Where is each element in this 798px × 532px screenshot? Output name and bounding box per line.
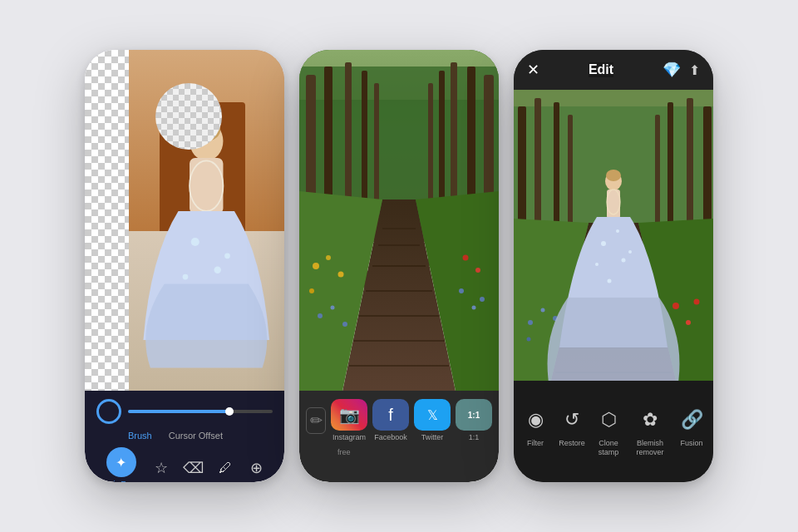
svg-rect-2 xyxy=(190,158,223,214)
tools-row-3: ◉ Filter ↺ Restore ⬡ Clone stamp ✿ Blemi… xyxy=(514,405,713,457)
facebook-label: Facebook xyxy=(374,433,407,441)
tool-erase[interactable]: ⌫ xyxy=(180,455,206,481)
toolbar-3: ◉ Filter ↺ Restore ⬡ Clone stamp ✿ Blemi… xyxy=(514,381,713,482)
blemish-remover-label: Blemish remover xyxy=(627,439,673,457)
magic-eraser-icon: ✦ xyxy=(106,447,136,477)
svg-point-35 xyxy=(331,306,335,310)
tool-dots[interactable]: ⊕ xyxy=(244,455,270,481)
erased-area xyxy=(155,83,222,150)
tool-fusion[interactable]: 🔗 Fusion xyxy=(673,405,710,447)
share-btn-ratio[interactable]: 1:1 1:1 xyxy=(456,399,492,441)
edit-title: Edit xyxy=(589,62,613,77)
svg-point-6 xyxy=(183,274,189,280)
forest-bride-svg xyxy=(514,90,713,397)
clone-stamp-icon: ⬡ xyxy=(594,405,623,435)
svg-point-73 xyxy=(622,259,626,263)
tool-star[interactable]: ☆ xyxy=(148,455,175,481)
ratio-label: 1:1 xyxy=(469,433,480,441)
svg-point-65 xyxy=(672,303,679,309)
top-row-2: ✏ 📷 Instagram f Facebook 𝕏 Twitter xyxy=(306,399,492,441)
forest-svg xyxy=(299,50,499,399)
photo-area-3 xyxy=(514,90,713,397)
svg-point-40 xyxy=(463,255,469,261)
edit-header: ✕ Edit 💎 ⬆ xyxy=(514,50,713,90)
instagram-icon: 📷 xyxy=(331,399,367,431)
svg-point-37 xyxy=(459,288,464,293)
share-buttons-row: 📷 Instagram f Facebook 𝕏 Twitter 1:1 1:1 xyxy=(331,399,492,441)
svg-point-30 xyxy=(313,263,319,269)
phone-magic-eraser: Brush Cursor Offset ✦ Magic Eraser ☆ ⌫ 🖊 xyxy=(85,50,284,482)
header-right-icons: 💎 ⬆ xyxy=(663,61,700,79)
svg-point-5 xyxy=(214,266,221,273)
eyedropper-icon: 🖊 xyxy=(212,455,239,481)
brush-size-slider[interactable] xyxy=(128,410,273,413)
tools-row-1: ✦ Magic Eraser ☆ ⌫ 🖊 ⊕ xyxy=(96,447,273,482)
toolbar-1: Brush Cursor Offset ✦ Magic Eraser ☆ ⌫ 🖊 xyxy=(85,391,284,482)
svg-point-66 xyxy=(686,320,691,325)
phone-edit: ✕ Edit 💎 ⬆ xyxy=(514,50,713,482)
phone-share: ✏ 📷 Instagram f Facebook 𝕏 Twitter xyxy=(299,50,499,482)
restore-label: Restore xyxy=(559,439,585,447)
ratio-icon: 1:1 xyxy=(456,399,492,431)
magic-eraser-tool-label: Magic Eraser xyxy=(99,480,143,482)
svg-point-38 xyxy=(472,306,476,310)
svg-point-41 xyxy=(475,268,480,273)
svg-point-7 xyxy=(224,253,230,259)
restore-icon: ↺ xyxy=(557,405,587,435)
close-button[interactable]: ✕ xyxy=(527,61,539,79)
svg-point-77 xyxy=(616,229,619,233)
tool-restore[interactable]: ↺ Restore xyxy=(554,405,590,447)
toolbar-2: ✏ 📷 Instagram f Facebook 𝕏 Twitter xyxy=(299,391,499,482)
star-icon: ☆ xyxy=(148,455,175,481)
clone-stamp-label: Clone stamp xyxy=(590,439,627,457)
brush-labels: Brush Cursor Offset xyxy=(128,431,273,441)
svg-point-62 xyxy=(541,308,545,313)
svg-point-69 xyxy=(606,170,621,181)
facebook-icon: f xyxy=(372,399,409,431)
svg-point-64 xyxy=(527,337,531,342)
fusion-icon: 🔗 xyxy=(677,405,707,435)
twitter-icon: 𝕏 xyxy=(414,399,451,431)
share-btn-twitter[interactable]: 𝕏 Twitter xyxy=(414,399,451,441)
dots-icon: ⊕ xyxy=(244,455,270,481)
cursor-offset-label[interactable]: Cursor Offset xyxy=(169,431,223,441)
svg-point-39 xyxy=(480,297,485,302)
phones-container: Brush Cursor Offset ✦ Magic Eraser ☆ ⌫ 🖊 xyxy=(52,25,746,507)
svg-point-67 xyxy=(694,299,700,305)
svg-point-36 xyxy=(342,322,347,327)
filter-icon: ◉ xyxy=(520,405,550,435)
photo-area-2 xyxy=(299,50,499,399)
erase-icon: ⌫ xyxy=(180,455,206,481)
svg-point-31 xyxy=(326,255,331,260)
free-label: free xyxy=(337,448,351,456)
tool-clone-stamp[interactable]: ⬡ Clone stamp xyxy=(590,405,627,457)
svg-point-33 xyxy=(309,288,314,293)
tool-eyedropper[interactable]: 🖊 xyxy=(212,455,239,481)
svg-point-32 xyxy=(338,272,344,278)
share-btn-instagram[interactable]: 📷 Instagram xyxy=(331,399,367,441)
svg-point-76 xyxy=(608,279,612,283)
svg-point-72 xyxy=(601,241,606,246)
tool-magic-eraser[interactable]: ✦ Magic Eraser xyxy=(99,447,143,482)
svg-point-74 xyxy=(595,263,598,266)
instagram-label: Instagram xyxy=(332,433,366,441)
brush-row xyxy=(96,399,273,424)
svg-point-75 xyxy=(628,250,632,254)
svg-point-61 xyxy=(528,320,533,325)
pencil-tool-icon[interactable]: ✏ xyxy=(306,407,326,434)
blemish-remover-icon: ✿ xyxy=(635,405,665,435)
tool-blemish-remover[interactable]: ✿ Blemish remover xyxy=(627,405,673,457)
svg-point-4 xyxy=(191,238,200,246)
diamond-icon: 💎 xyxy=(663,61,681,79)
brush-label[interactable]: Brush xyxy=(128,431,152,441)
svg-point-34 xyxy=(318,313,323,318)
filter-label: Filter xyxy=(527,439,544,447)
photo-area-1 xyxy=(85,50,284,399)
twitter-label: Twitter xyxy=(421,433,444,441)
fusion-label: Fusion xyxy=(680,439,702,447)
share-btn-facebook[interactable]: f Facebook xyxy=(372,399,409,441)
forest-scene xyxy=(299,50,499,399)
free-label-row: free xyxy=(306,448,492,456)
tool-filter[interactable]: ◉ Filter xyxy=(517,405,554,447)
upload-icon[interactable]: ⬆ xyxy=(689,62,700,78)
